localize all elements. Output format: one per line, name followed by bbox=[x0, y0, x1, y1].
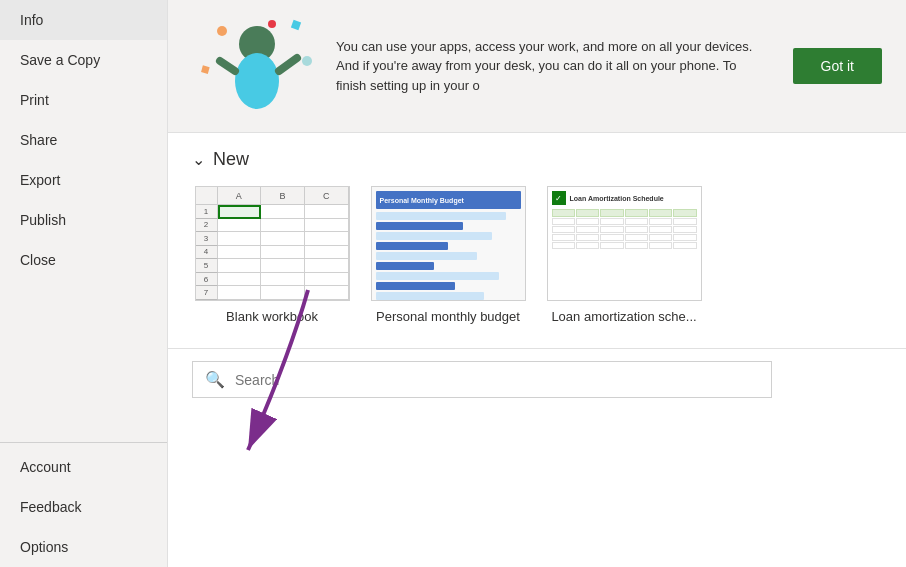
new-section-chevron[interactable]: ⌄ bbox=[192, 150, 205, 169]
templates-row: A B C 1 2 3 bbox=[192, 186, 882, 324]
template-budget[interactable]: Personal Monthly Budget bbox=[368, 186, 528, 324]
sidebar-item-publish[interactable]: Publish bbox=[0, 200, 167, 240]
search-icon: 🔍 bbox=[205, 370, 225, 389]
sidebar-item-info[interactable]: Info bbox=[0, 0, 167, 40]
blank-workbook-thumb: A B C 1 2 3 bbox=[195, 186, 350, 301]
sidebar-item-export[interactable]: Export bbox=[0, 160, 167, 200]
sidebar-item-print[interactable]: Print bbox=[0, 80, 167, 120]
budget-thumb: Personal Monthly Budget bbox=[371, 186, 526, 301]
sidebar-item-feedback[interactable]: Feedback bbox=[0, 487, 167, 527]
svg-point-1 bbox=[268, 20, 276, 28]
sidebar-item-share[interactable]: Share bbox=[0, 120, 167, 160]
loan-thumb: ✓ Loan Amortization Schedule bbox=[547, 186, 702, 301]
sidebar-item-account[interactable]: Account bbox=[0, 447, 167, 487]
sidebar-item-save-copy[interactable]: Save a Copy bbox=[0, 40, 167, 80]
svg-rect-2 bbox=[291, 20, 301, 30]
banner: You can use your apps, access your work,… bbox=[168, 0, 906, 133]
budget-label: Personal monthly budget bbox=[376, 309, 520, 324]
divider bbox=[168, 348, 906, 349]
search-bar: 🔍 bbox=[192, 361, 772, 398]
loan-label: Loan amortization sche... bbox=[551, 309, 696, 324]
new-section: ⌄ New A B C 1 bbox=[168, 133, 906, 332]
got-it-button[interactable]: Got it bbox=[793, 48, 882, 84]
new-header: ⌄ New bbox=[192, 149, 882, 170]
svg-point-4 bbox=[302, 56, 312, 66]
sidebar-item-options[interactable]: Options bbox=[0, 527, 167, 567]
svg-point-0 bbox=[217, 26, 227, 36]
svg-line-8 bbox=[220, 61, 235, 71]
svg-point-7 bbox=[235, 53, 279, 109]
new-section-title: New bbox=[213, 149, 249, 170]
banner-text: You can use your apps, access your work,… bbox=[336, 37, 769, 96]
search-container: 🔍 bbox=[168, 361, 906, 398]
banner-illustration bbox=[192, 16, 312, 116]
svg-rect-3 bbox=[201, 65, 210, 74]
search-input[interactable] bbox=[235, 372, 759, 388]
blank-workbook-label: Blank workbook bbox=[226, 309, 318, 324]
template-blank-workbook[interactable]: A B C 1 2 3 bbox=[192, 186, 352, 324]
sidebar-item-close[interactable]: Close bbox=[0, 240, 167, 280]
sidebar: Info Save a Copy Print Share Export Publ… bbox=[0, 0, 168, 567]
svg-line-9 bbox=[279, 58, 297, 71]
main-content: You can use your apps, access your work,… bbox=[168, 0, 906, 567]
template-loan[interactable]: ✓ Loan Amortization Schedule bbox=[544, 186, 704, 324]
